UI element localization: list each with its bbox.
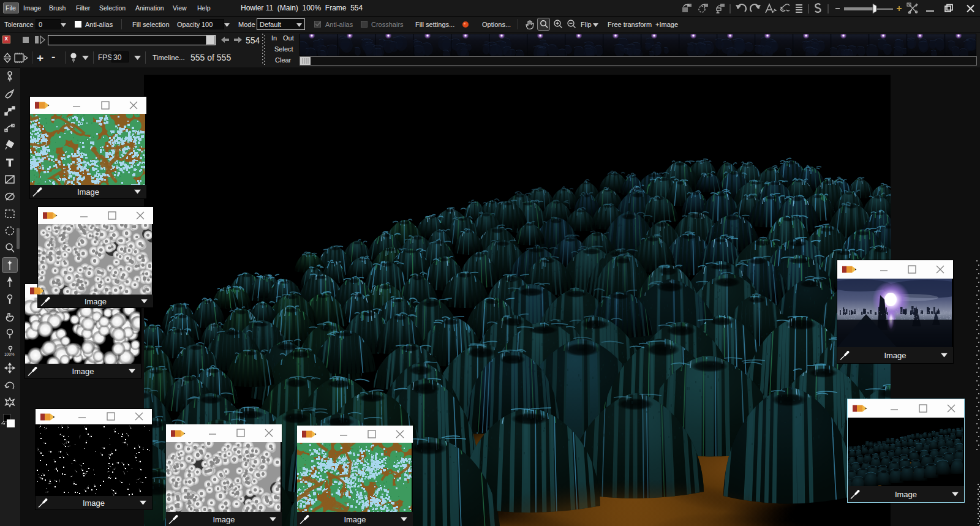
svg-text:100%: 100% (4, 352, 15, 356)
